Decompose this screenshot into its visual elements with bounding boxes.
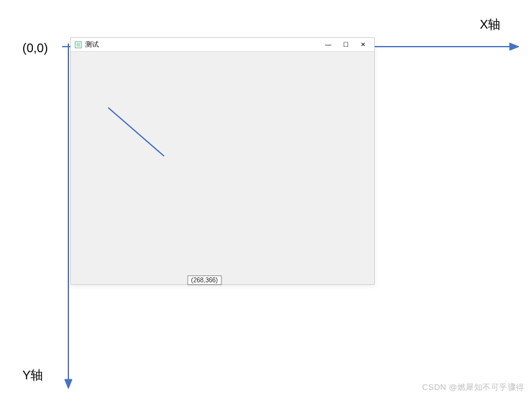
- minimize-button[interactable]: —: [319, 39, 337, 51]
- drawn-line: [71, 52, 375, 285]
- app-window: 测试 — ☐ ✕ (268,366): [70, 37, 375, 285]
- origin-label: (0,0): [22, 41, 48, 55]
- svg-marker-1: [510, 43, 519, 50]
- app-icon: [75, 41, 82, 49]
- title-bar[interactable]: 测试 — ☐ ✕: [71, 38, 374, 52]
- maximize-button[interactable]: ☐: [337, 39, 354, 51]
- window-title: 测试: [85, 40, 99, 49]
- svg-line-6: [108, 108, 164, 156]
- svg-marker-3: [65, 379, 72, 389]
- svg-rect-5: [76, 43, 80, 47]
- window-controls: — ☐ ✕: [319, 39, 372, 51]
- y-axis-label: Y轴: [22, 367, 43, 384]
- watermark: CSDN @燃犀知不可乎骤得: [422, 382, 525, 393]
- x-axis-label: X轴: [480, 16, 500, 33]
- client-area[interactable]: (268,366): [71, 52, 374, 284]
- close-button[interactable]: ✕: [354, 39, 372, 51]
- coord-tooltip: (268,366): [188, 275, 222, 285]
